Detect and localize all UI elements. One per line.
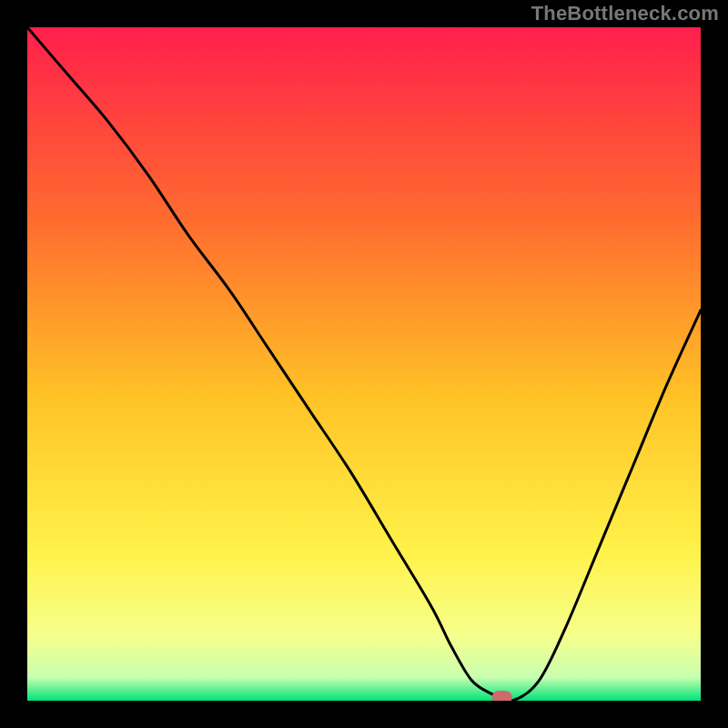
highlight-marker	[492, 691, 512, 701]
chart-frame: TheBottleneck.com	[0, 0, 728, 728]
plot-area	[27, 27, 701, 701]
watermark-text: TheBottleneck.com	[531, 2, 719, 25]
gradient-background	[27, 27, 701, 701]
chart-svg	[27, 27, 701, 701]
